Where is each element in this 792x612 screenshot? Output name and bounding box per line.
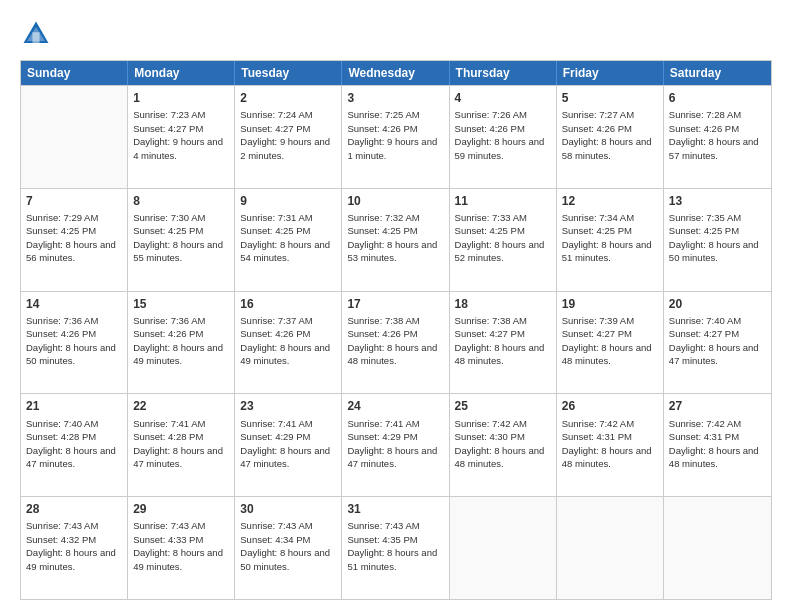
cell-info: Sunrise: 7:35 AM Sunset: 4:25 PM Dayligh…: [669, 212, 759, 264]
cell-info: Sunrise: 7:27 AM Sunset: 4:26 PM Dayligh…: [562, 109, 652, 161]
day-cell-23: 23Sunrise: 7:41 AM Sunset: 4:29 PM Dayli…: [235, 394, 342, 496]
day-cell-14: 14Sunrise: 7:36 AM Sunset: 4:26 PM Dayli…: [21, 292, 128, 394]
header-day-monday: Monday: [128, 61, 235, 85]
day-number: 28: [26, 501, 122, 517]
day-cell-9: 9Sunrise: 7:31 AM Sunset: 4:25 PM Daylig…: [235, 189, 342, 291]
cell-info: Sunrise: 7:39 AM Sunset: 4:27 PM Dayligh…: [562, 315, 652, 367]
day-number: 1: [133, 90, 229, 106]
cell-info: Sunrise: 7:24 AM Sunset: 4:27 PM Dayligh…: [240, 109, 330, 161]
cell-info: Sunrise: 7:37 AM Sunset: 4:26 PM Dayligh…: [240, 315, 330, 367]
day-number: 18: [455, 296, 551, 312]
calendar-header: SundayMondayTuesdayWednesdayThursdayFrid…: [21, 61, 771, 85]
cell-info: Sunrise: 7:30 AM Sunset: 4:25 PM Dayligh…: [133, 212, 223, 264]
day-cell-12: 12Sunrise: 7:34 AM Sunset: 4:25 PM Dayli…: [557, 189, 664, 291]
day-cell-30: 30Sunrise: 7:43 AM Sunset: 4:34 PM Dayli…: [235, 497, 342, 599]
cell-info: Sunrise: 7:41 AM Sunset: 4:28 PM Dayligh…: [133, 418, 223, 470]
day-cell-2: 2Sunrise: 7:24 AM Sunset: 4:27 PM Daylig…: [235, 86, 342, 188]
day-cell-13: 13Sunrise: 7:35 AM Sunset: 4:25 PM Dayli…: [664, 189, 771, 291]
empty-cell: [664, 497, 771, 599]
cell-info: Sunrise: 7:36 AM Sunset: 4:26 PM Dayligh…: [133, 315, 223, 367]
day-cell-22: 22Sunrise: 7:41 AM Sunset: 4:28 PM Dayli…: [128, 394, 235, 496]
calendar: SundayMondayTuesdayWednesdayThursdayFrid…: [20, 60, 772, 600]
day-number: 3: [347, 90, 443, 106]
day-number: 26: [562, 398, 658, 414]
day-number: 8: [133, 193, 229, 209]
day-cell-24: 24Sunrise: 7:41 AM Sunset: 4:29 PM Dayli…: [342, 394, 449, 496]
day-number: 6: [669, 90, 766, 106]
day-number: 12: [562, 193, 658, 209]
header-day-saturday: Saturday: [664, 61, 771, 85]
day-number: 4: [455, 90, 551, 106]
cell-info: Sunrise: 7:41 AM Sunset: 4:29 PM Dayligh…: [240, 418, 330, 470]
cell-info: Sunrise: 7:42 AM Sunset: 4:30 PM Dayligh…: [455, 418, 545, 470]
header-day-sunday: Sunday: [21, 61, 128, 85]
calendar-row-5: 28Sunrise: 7:43 AM Sunset: 4:32 PM Dayli…: [21, 496, 771, 599]
day-cell-1: 1Sunrise: 7:23 AM Sunset: 4:27 PM Daylig…: [128, 86, 235, 188]
day-number: 27: [669, 398, 766, 414]
day-cell-18: 18Sunrise: 7:38 AM Sunset: 4:27 PM Dayli…: [450, 292, 557, 394]
day-number: 14: [26, 296, 122, 312]
day-number: 20: [669, 296, 766, 312]
day-cell-26: 26Sunrise: 7:42 AM Sunset: 4:31 PM Dayli…: [557, 394, 664, 496]
day-number: 24: [347, 398, 443, 414]
day-cell-19: 19Sunrise: 7:39 AM Sunset: 4:27 PM Dayli…: [557, 292, 664, 394]
day-cell-7: 7Sunrise: 7:29 AM Sunset: 4:25 PM Daylig…: [21, 189, 128, 291]
cell-info: Sunrise: 7:36 AM Sunset: 4:26 PM Dayligh…: [26, 315, 116, 367]
cell-info: Sunrise: 7:29 AM Sunset: 4:25 PM Dayligh…: [26, 212, 116, 264]
day-number: 21: [26, 398, 122, 414]
cell-info: Sunrise: 7:42 AM Sunset: 4:31 PM Dayligh…: [562, 418, 652, 470]
empty-cell: [557, 497, 664, 599]
calendar-row-2: 7Sunrise: 7:29 AM Sunset: 4:25 PM Daylig…: [21, 188, 771, 291]
cell-info: Sunrise: 7:25 AM Sunset: 4:26 PM Dayligh…: [347, 109, 437, 161]
cell-info: Sunrise: 7:43 AM Sunset: 4:32 PM Dayligh…: [26, 520, 116, 572]
cell-info: Sunrise: 7:33 AM Sunset: 4:25 PM Dayligh…: [455, 212, 545, 264]
day-number: 10: [347, 193, 443, 209]
day-number: 11: [455, 193, 551, 209]
cell-info: Sunrise: 7:43 AM Sunset: 4:34 PM Dayligh…: [240, 520, 330, 572]
header-day-thursday: Thursday: [450, 61, 557, 85]
cell-info: Sunrise: 7:43 AM Sunset: 4:35 PM Dayligh…: [347, 520, 437, 572]
header-day-tuesday: Tuesday: [235, 61, 342, 85]
day-cell-21: 21Sunrise: 7:40 AM Sunset: 4:28 PM Dayli…: [21, 394, 128, 496]
day-number: 15: [133, 296, 229, 312]
day-number: 22: [133, 398, 229, 414]
calendar-row-1: 1Sunrise: 7:23 AM Sunset: 4:27 PM Daylig…: [21, 85, 771, 188]
cell-info: Sunrise: 7:38 AM Sunset: 4:26 PM Dayligh…: [347, 315, 437, 367]
calendar-row-3: 14Sunrise: 7:36 AM Sunset: 4:26 PM Dayli…: [21, 291, 771, 394]
logo: [20, 18, 56, 50]
day-cell-6: 6Sunrise: 7:28 AM Sunset: 4:26 PM Daylig…: [664, 86, 771, 188]
day-cell-25: 25Sunrise: 7:42 AM Sunset: 4:30 PM Dayli…: [450, 394, 557, 496]
day-cell-4: 4Sunrise: 7:26 AM Sunset: 4:26 PM Daylig…: [450, 86, 557, 188]
svg-rect-2: [32, 32, 39, 43]
cell-info: Sunrise: 7:32 AM Sunset: 4:25 PM Dayligh…: [347, 212, 437, 264]
calendar-row-4: 21Sunrise: 7:40 AM Sunset: 4:28 PM Dayli…: [21, 393, 771, 496]
cell-info: Sunrise: 7:41 AM Sunset: 4:29 PM Dayligh…: [347, 418, 437, 470]
day-cell-31: 31Sunrise: 7:43 AM Sunset: 4:35 PM Dayli…: [342, 497, 449, 599]
day-cell-16: 16Sunrise: 7:37 AM Sunset: 4:26 PM Dayli…: [235, 292, 342, 394]
page: SundayMondayTuesdayWednesdayThursdayFrid…: [0, 0, 792, 612]
logo-icon: [20, 18, 52, 50]
cell-info: Sunrise: 7:34 AM Sunset: 4:25 PM Dayligh…: [562, 212, 652, 264]
cell-info: Sunrise: 7:38 AM Sunset: 4:27 PM Dayligh…: [455, 315, 545, 367]
day-number: 7: [26, 193, 122, 209]
cell-info: Sunrise: 7:26 AM Sunset: 4:26 PM Dayligh…: [455, 109, 545, 161]
day-cell-8: 8Sunrise: 7:30 AM Sunset: 4:25 PM Daylig…: [128, 189, 235, 291]
cell-info: Sunrise: 7:23 AM Sunset: 4:27 PM Dayligh…: [133, 109, 223, 161]
day-number: 5: [562, 90, 658, 106]
calendar-body: 1Sunrise: 7:23 AM Sunset: 4:27 PM Daylig…: [21, 85, 771, 599]
day-cell-15: 15Sunrise: 7:36 AM Sunset: 4:26 PM Dayli…: [128, 292, 235, 394]
header-day-friday: Friday: [557, 61, 664, 85]
day-cell-3: 3Sunrise: 7:25 AM Sunset: 4:26 PM Daylig…: [342, 86, 449, 188]
day-cell-10: 10Sunrise: 7:32 AM Sunset: 4:25 PM Dayli…: [342, 189, 449, 291]
cell-info: Sunrise: 7:40 AM Sunset: 4:28 PM Dayligh…: [26, 418, 116, 470]
cell-info: Sunrise: 7:42 AM Sunset: 4:31 PM Dayligh…: [669, 418, 759, 470]
day-number: 29: [133, 501, 229, 517]
day-number: 16: [240, 296, 336, 312]
day-number: 25: [455, 398, 551, 414]
day-cell-29: 29Sunrise: 7:43 AM Sunset: 4:33 PM Dayli…: [128, 497, 235, 599]
day-number: 30: [240, 501, 336, 517]
day-cell-17: 17Sunrise: 7:38 AM Sunset: 4:26 PM Dayli…: [342, 292, 449, 394]
day-number: 17: [347, 296, 443, 312]
day-number: 9: [240, 193, 336, 209]
day-number: 31: [347, 501, 443, 517]
